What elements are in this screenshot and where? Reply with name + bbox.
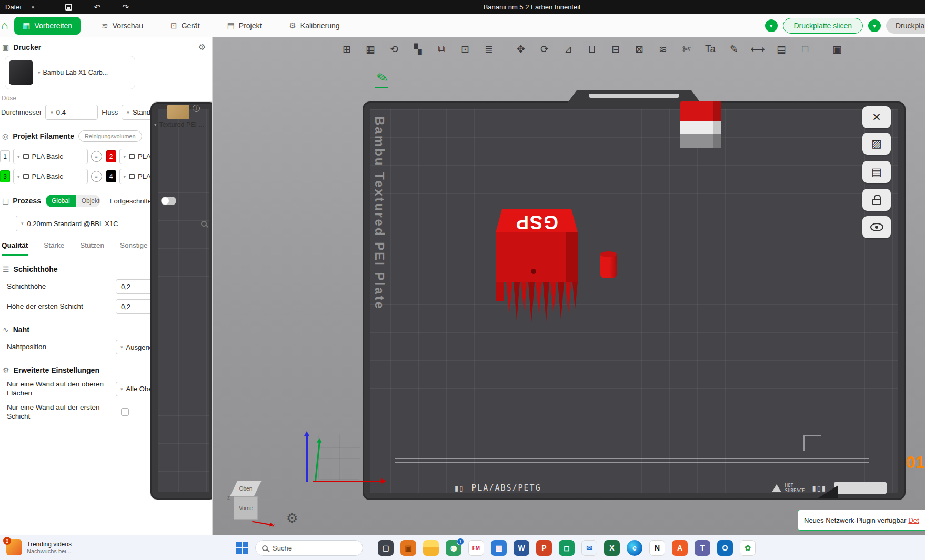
cut-icon[interactable]: ✄ <box>679 41 695 57</box>
tab-stuetzen[interactable]: Stützen <box>80 241 104 256</box>
text-icon[interactable]: Ta <box>702 41 718 57</box>
filament-edit-button[interactable]: ≡ <box>91 151 102 162</box>
taskbar-app-fm-icon[interactable]: FM <box>468 540 484 556</box>
plate-select-card[interactable]: i ▾ Textured PEI ... <box>150 101 213 500</box>
layers-panel-button[interactable]: ▤ <box>862 161 891 183</box>
lay-flat-icon[interactable]: ⊔ <box>584 41 600 57</box>
windows-start-button[interactable] <box>236 542 248 554</box>
search-preset-icon[interactable] <box>201 221 207 227</box>
build-plate[interactable]: Bambu Textured PEI Plate ▮▯ PLA/ABS/PETG… <box>363 101 906 500</box>
paint-icon[interactable]: ✎ <box>726 41 742 57</box>
viewport-3d[interactable]: ⊞▦⟲▚⧉⊡≣✥⟳⊿⊔⊟⊠≋✄Ta✎⟷▤□▣ ✎ Bambu Textured … <box>213 37 925 535</box>
filament-color-badge[interactable]: 3 <box>0 170 10 182</box>
align-icon[interactable]: ≣ <box>481 41 497 57</box>
excel-icon[interactable]: X <box>604 540 620 556</box>
filament-color-badge[interactable]: 1 <box>0 150 10 162</box>
global-toggle-button[interactable]: Global <box>46 195 76 207</box>
prime-tower[interactable] <box>680 101 721 148</box>
printer-settings-gear-icon[interactable]: ⚙ <box>198 42 206 52</box>
info-icon[interactable]: i <box>193 105 200 112</box>
add-object-icon[interactable]: ⊞ <box>339 41 355 57</box>
tab-sonstige[interactable]: Sonstige <box>120 241 148 256</box>
filament-icon: ◎ <box>2 132 8 140</box>
printer-select-card[interactable]: ▾ Bambu Lab X1 Carb... <box>5 56 135 89</box>
notion-icon[interactable]: N <box>649 540 665 556</box>
taskbar-app-green-icon[interactable]: ◻ <box>559 540 575 556</box>
objects-toggle-button[interactable]: Objekte <box>76 195 100 207</box>
nav-cube-front-face[interactable]: Vorne <box>234 496 258 520</box>
tab-kalibrierung[interactable]: ⚙ Kalibrierung <box>283 17 346 34</box>
tab-staerke[interactable]: Stärke <box>44 241 64 256</box>
news-widget[interactable]: 2 Trending videos Nachwuchs bei... <box>6 539 72 555</box>
slice-plate-button[interactable]: Druckplatte slicen <box>783 18 863 34</box>
taskbar-search-input[interactable]: Suche <box>255 540 363 556</box>
duplicate-icon[interactable]: ⧉ <box>434 41 449 57</box>
arrange-icon[interactable]: ▚ <box>410 41 426 57</box>
rotate-icon[interactable]: ⟳ <box>537 41 552 57</box>
filament-edit-button[interactable]: ≡ <box>91 171 102 182</box>
model-cylinder[interactable] <box>600 252 617 278</box>
add-plate-icon[interactable]: ▦ <box>363 41 378 57</box>
assembly-view-icon[interactable]: ▣ <box>829 41 845 57</box>
teams-icon[interactable]: T <box>695 540 710 556</box>
auto-view-button[interactable]: ▨ <box>862 133 891 155</box>
file-explorer-icon[interactable] <box>423 540 439 556</box>
filament-color-badge[interactable]: 4 <box>106 170 116 182</box>
taskbar-app-window-icon[interactable]: ▢ <box>378 540 394 556</box>
support-paint-icon[interactable]: ▤ <box>773 41 789 57</box>
tab-vorschau[interactable]: ≋ Vorschau <box>95 17 149 34</box>
print-dropdown-button[interactable]: ▾ <box>868 19 881 32</box>
taskbar-app-blue-icon[interactable]: ▥ <box>491 540 507 556</box>
mail-icon[interactable]: ✉ <box>581 540 597 556</box>
notification-details-link[interactable]: Det <box>908 516 919 524</box>
nav-cube-top-face[interactable]: Oben <box>230 481 262 496</box>
taskbar-app-orange-icon[interactable]: ▣ <box>400 540 416 556</box>
slice-dropdown-button[interactable]: ▾ <box>765 19 778 32</box>
file-menu[interactable]: Datei <box>0 0 26 14</box>
filament-select[interactable]: ▾ PLA Basic <box>13 169 88 184</box>
one-wall-first-layer-checkbox[interactable] <box>121 408 129 416</box>
paste-icon[interactable]: ⊡ <box>457 41 473 57</box>
taskbar-app-a-icon[interactable]: A <box>672 540 688 556</box>
viewport-settings-gear-icon[interactable]: ⚙ <box>286 511 298 526</box>
layer-height-section-title: Schichthöhe <box>14 265 58 273</box>
tab-qualitaet[interactable]: Qualität <box>2 241 28 256</box>
tab-projekt[interactable]: ▤ Projekt <box>221 17 268 34</box>
filament-select[interactable]: ▾ PLA Basic <box>13 149 88 164</box>
taskbar-app-green-badged-icon[interactable]: ◍1 <box>446 540 461 556</box>
advanced-toggle-switch[interactable] <box>161 197 176 205</box>
undo-button[interactable]: ↶ <box>88 0 106 14</box>
save-button[interactable] <box>60 0 78 14</box>
lock-button[interactable] <box>862 189 891 211</box>
model-gsp[interactable]: GSP <box>492 209 581 324</box>
printer-photo <box>9 60 33 85</box>
visibility-button[interactable] <box>862 216 891 238</box>
split-objects-icon[interactable]: ⊟ <box>608 41 624 57</box>
measure-icon[interactable]: ⟷ <box>750 41 766 57</box>
taskbar-app-plant-icon[interactable]: ✿ <box>740 540 756 556</box>
paint-pencil-icon[interactable]: ✎ <box>375 69 390 87</box>
diameter-select[interactable]: ▾ 0.4 <box>45 105 98 120</box>
navigation-cube[interactable]: Oben Vorne z x <box>230 481 272 529</box>
edge-icon[interactable]: e <box>627 540 642 556</box>
auto-orient-icon[interactable]: ⟲ <box>386 41 402 57</box>
frame-icon[interactable]: □ <box>797 41 813 57</box>
redo-button[interactable]: ↷ <box>117 0 135 14</box>
outlook-icon[interactable]: O <box>717 540 733 556</box>
chevron-down-icon[interactable]: ▾ <box>26 5 39 10</box>
split-parts-icon[interactable]: ⊠ <box>631 41 647 57</box>
clear-plate-button[interactable]: ✕ <box>862 106 891 128</box>
viewport-toolbar: ⊞▦⟲▚⧉⊡≣✥⟳⊿⊔⊟⊠≋✄Ta✎⟷▤□▣ <box>339 39 845 59</box>
scale-icon[interactable]: ⊿ <box>560 41 576 57</box>
powerpoint-icon[interactable]: P <box>536 540 552 556</box>
move-icon[interactable]: ✥ <box>513 41 529 57</box>
flushing-volumes-button[interactable]: Reinigungsvolumen <box>78 130 142 142</box>
word-icon[interactable]: W <box>514 540 529 556</box>
variable-layer-height-icon[interactable]: ≋ <box>655 41 671 57</box>
tab-geraet[interactable]: ⊡ Gerät <box>164 17 206 34</box>
home-icon[interactable]: ⌂ <box>1 19 8 33</box>
notion-glyph: N <box>655 544 660 552</box>
filament-color-badge[interactable]: 2 <box>106 150 116 162</box>
print-plate-button[interactable]: Druckpla <box>886 18 925 34</box>
tab-vorbereiten[interactable]: ▦ Vorbereiten <box>14 17 81 35</box>
